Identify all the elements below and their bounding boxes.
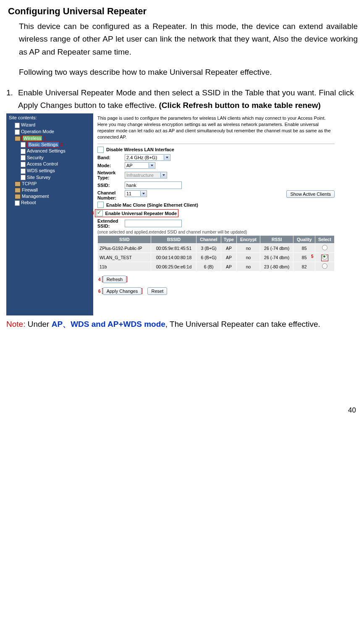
th-ssid: SSID bbox=[98, 236, 151, 244]
page-icon bbox=[15, 200, 20, 206]
mac-clone-checkbox[interactable] bbox=[97, 202, 104, 208]
row-channel: Channel Number: 11 Show Active Clients bbox=[97, 190, 335, 200]
note-line: Note: Under AP、WDS and AP+WDS mode, The … bbox=[6, 318, 358, 331]
page-icon bbox=[21, 142, 26, 147]
sidebar-item-access[interactable]: Access Control bbox=[9, 161, 91, 168]
sidebar-item-label: WDS settings bbox=[27, 168, 55, 173]
table-cell: 23 (-80 dbm) bbox=[260, 262, 293, 271]
select-radio[interactable] bbox=[322, 245, 327, 250]
sidebar-item-security[interactable]: Security bbox=[9, 155, 91, 161]
ext-ssid-label: Extended SSID: bbox=[97, 218, 125, 229]
row-mode: Mode: AP bbox=[97, 162, 335, 169]
row-ssid: SSID: hank bbox=[97, 181, 335, 189]
channel-select[interactable]: 11 bbox=[125, 190, 147, 197]
sidebar-item-management[interactable]: Management bbox=[9, 193, 91, 200]
table-cell: ZPlus-G192-Public-IP bbox=[98, 244, 151, 253]
page-heading: Configuring Universal Repeater bbox=[8, 6, 358, 17]
step-1: 1. Enable Universal Repeater Mode and th… bbox=[6, 87, 358, 112]
page-icon bbox=[21, 175, 26, 180]
note-prefix: Note: bbox=[6, 320, 25, 328]
nettype-select: Infrastructure bbox=[125, 172, 167, 179]
table-cell: 00:06:25:0e:e6:1d bbox=[151, 262, 196, 271]
show-clients-button[interactable]: Show Active Clients bbox=[286, 190, 335, 198]
sidebar: Site contents: Wizard Operation Mode Wir… bbox=[6, 113, 93, 315]
sidebar-item-tcpip[interactable]: TCP/IP bbox=[9, 181, 91, 187]
annotation-6: 6 bbox=[98, 289, 101, 294]
th-channel: Channel bbox=[196, 236, 221, 244]
main-panel: This page is used to configure the param… bbox=[93, 113, 338, 315]
step-number: 1. bbox=[6, 87, 18, 99]
folder-icon bbox=[15, 136, 21, 141]
row-disable-wlan: Disable Wireless LAN Interface bbox=[97, 147, 335, 153]
ssid-label: SSID: bbox=[97, 183, 125, 188]
sidebar-item-firewall[interactable]: Firewall bbox=[9, 187, 91, 193]
paragraph-1: This device can be configured as a Repea… bbox=[19, 20, 358, 58]
page-icon bbox=[15, 129, 20, 135]
sidebar-item-label: Wireless bbox=[23, 136, 42, 141]
table-cell: 26 (-74 dbm) bbox=[260, 253, 293, 262]
ssid-input[interactable]: hank bbox=[125, 181, 182, 189]
table-cell: AP bbox=[221, 253, 237, 262]
note-blue: AP、WDS and AP+WDS mode bbox=[52, 320, 165, 328]
universal-repeater-checkbox[interactable] bbox=[97, 210, 103, 216]
select-radio[interactable] bbox=[322, 263, 327, 269]
sidebar-item-wireless[interactable]: Wireless1 bbox=[9, 135, 91, 142]
th-quality: Quality bbox=[293, 236, 315, 244]
table-cell-select bbox=[315, 262, 334, 271]
sidebar-item-wds[interactable]: WDS settings bbox=[9, 168, 91, 174]
row-ext-ssid: Extended SSID: bbox=[97, 218, 335, 229]
sidebar-item-label: Basic Settings bbox=[28, 142, 59, 147]
ext-ssid-note: (once selected and applied,extended SSID… bbox=[97, 230, 335, 234]
disable-wlan-checkbox[interactable] bbox=[97, 147, 104, 153]
refresh-button[interactable]: Refresh bbox=[103, 276, 127, 283]
table-cell-select: 5 bbox=[315, 253, 334, 262]
table-cell: WLAN_G_TEST bbox=[98, 253, 151, 262]
mac-clone-label: Enable Mac Clone (Single Ethernet Client… bbox=[106, 202, 198, 208]
step-text-bold: (Click Refresh button to make table rene… bbox=[159, 101, 321, 110]
annotation-2: 2 bbox=[60, 142, 63, 147]
row-band: Band: 2.4 GHz (B+G) bbox=[97, 154, 335, 161]
band-select[interactable]: 2.4 GHz (B+G) bbox=[125, 154, 170, 161]
table-row: 11b00:06:25:0e:e6:1d6 (B)APno23 (-80 dbm… bbox=[98, 262, 335, 271]
table-row: ZPlus-G192-Public-IP00:05:9e:81:45:513 (… bbox=[98, 244, 335, 253]
sidebar-item-label: Firewall bbox=[22, 187, 38, 192]
sidebar-item-survey[interactable]: Site Survey bbox=[9, 174, 91, 181]
mode-value: AP bbox=[126, 163, 133, 168]
page-description: This page is used to configure the param… bbox=[97, 115, 335, 140]
reset-button[interactable]: Reset bbox=[147, 287, 167, 295]
sidebar-item-advanced[interactable]: Advanced Settings bbox=[9, 148, 91, 155]
table-cell: no bbox=[237, 244, 260, 253]
band-value: 2.4 GHz (B+G) bbox=[126, 155, 157, 160]
table-cell: 82 bbox=[293, 262, 315, 271]
table-cell: AP bbox=[221, 244, 237, 253]
table-row: WLAN_G_TEST00:0d:14:00:80:186 (B+G)APno2… bbox=[98, 253, 335, 262]
row-universal-repeater: 3 Enable Universal Repeater Mode bbox=[97, 209, 335, 217]
apply-changes-button[interactable]: Apply Changes bbox=[103, 287, 142, 295]
sidebar-item-basic[interactable]: Basic Settings2 bbox=[9, 142, 91, 148]
sidebar-item-label: Management bbox=[22, 194, 49, 199]
scan-table: SSID BSSID Channel Type Encrypt RSSI Qua… bbox=[97, 235, 335, 271]
sidebar-item-label: Site Survey bbox=[27, 175, 50, 180]
annotation-4: 4 bbox=[98, 277, 101, 282]
channel-value: 11 bbox=[126, 191, 131, 196]
th-type: Type bbox=[221, 236, 237, 244]
th-select: Select bbox=[315, 236, 334, 244]
select-radio[interactable] bbox=[322, 254, 327, 260]
row-mac-clone: Enable Mac Clone (Single Ethernet Client… bbox=[97, 202, 335, 208]
folder-icon bbox=[15, 194, 21, 199]
folder-icon bbox=[15, 188, 21, 193]
sidebar-item-opmode[interactable]: Operation Mode bbox=[9, 129, 91, 135]
table-cell: 00:05:9e:81:45:51 bbox=[151, 244, 196, 253]
table-cell: 3 (B+G) bbox=[196, 244, 221, 253]
sidebar-item-label: TCP/IP bbox=[22, 181, 37, 186]
annotation-1: 1 bbox=[44, 136, 46, 141]
sidebar-item-wizard[interactable]: Wizard bbox=[9, 122, 91, 129]
sidebar-title: Site contents: bbox=[9, 115, 91, 120]
divider bbox=[97, 144, 335, 144]
th-bssid: BSSID bbox=[151, 236, 196, 244]
sidebar-item-label: Access Control bbox=[27, 161, 58, 166]
sidebar-item-reboot[interactable]: Reboot bbox=[9, 200, 91, 206]
sidebar-item-label: Reboot bbox=[21, 200, 36, 205]
mode-select[interactable]: AP bbox=[125, 162, 155, 169]
ext-ssid-input[interactable] bbox=[125, 220, 182, 227]
